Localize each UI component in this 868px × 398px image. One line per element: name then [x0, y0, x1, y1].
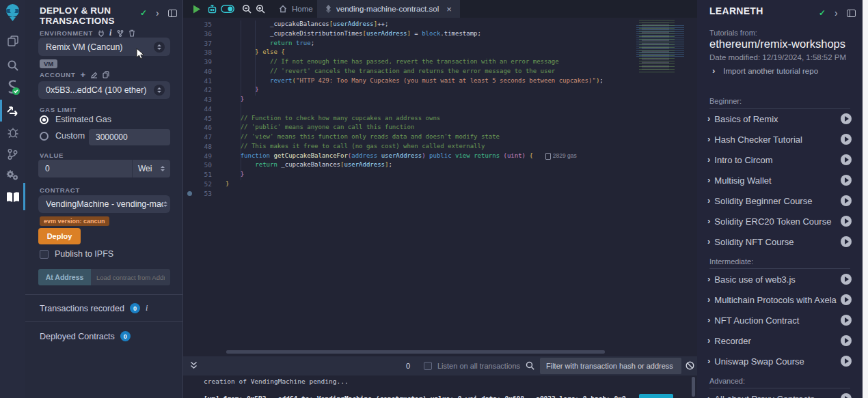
tutorial-item[interactable]: ›NFT Auction Contract: [697, 310, 863, 330]
code-line-43[interactable]: 43 }: [183, 95, 697, 104]
code-line-39[interactable]: 39 // If not enough time has passed, rev…: [183, 57, 697, 67]
at-address-input[interactable]: [91, 269, 170, 285]
learneth-expand-icon[interactable]: ›: [835, 10, 838, 16]
zoom-out-icon[interactable]: [241, 0, 253, 18]
solidity-compiler-icon[interactable]: [0, 76, 25, 98]
transaction-filter-input[interactable]: [540, 358, 681, 374]
transactions-info-icon[interactable]: i: [146, 303, 148, 313]
code-line-47[interactable]: 47 // 'view' means this function only re…: [183, 132, 697, 142]
tab-file-active[interactable]: vending-machine-contract.sol ×: [317, 0, 460, 18]
plugin-manager-icon[interactable]: [0, 164, 25, 186]
code-line-49[interactable]: 49 function getCupcakeBalanceFor(address…: [183, 152, 697, 161]
environment-select[interactable]: Remix VM (Cancun): [38, 38, 170, 56]
code-line-46[interactable]: 46 // 'public' means anyone can call thi…: [183, 123, 697, 132]
environment-select-stepper[interactable]: [154, 42, 165, 53]
tutorial-item[interactable]: ›Solidity NFT Course: [697, 231, 863, 252]
custom-gas-option[interactable]: Custom: [40, 131, 85, 141]
learneth-book-icon[interactable]: [0, 186, 25, 208]
at-address-button[interactable]: At Address: [38, 269, 91, 285]
clear-console-icon[interactable]: [684, 356, 695, 374]
tab-home[interactable]: Home: [271, 0, 321, 18]
account-select[interactable]: 0x5B3...eddC4 (100 ether): [38, 81, 170, 99]
play-tutorial-button[interactable]: [841, 216, 852, 227]
copilot-toggle-icon[interactable]: [219, 0, 236, 18]
code-line-44[interactable]: 44: [183, 104, 697, 114]
code-line-45[interactable]: 45 // Function to check how many cupcake…: [183, 114, 697, 124]
deployed-contracts-row[interactable]: Deployed Contracts 0: [40, 331, 131, 341]
zoom-in-icon[interactable]: [254, 0, 267, 18]
listen-checkbox[interactable]: [424, 362, 432, 370]
import-tutorial-repo[interactable]: › Import another tutorial repo: [712, 67, 818, 75]
code-line-42[interactable]: 42 }: [183, 85, 697, 95]
tutorial-item[interactable]: ›Multichain Protocols with Axelar: [697, 289, 863, 310]
play-tutorial-button[interactable]: [841, 315, 852, 326]
publish-ipfs-option[interactable]: Publish to IPFS: [40, 249, 113, 259]
fork-environment-icon[interactable]: [117, 30, 124, 37]
tutorial-item[interactable]: ›Hash Checker Tutorial: [697, 129, 863, 150]
play-tutorial-button[interactable]: [841, 294, 852, 305]
plug-icon[interactable]: [98, 30, 105, 37]
custom-gas-input[interactable]: [89, 129, 170, 145]
play-tutorial-button[interactable]: [841, 134, 852, 145]
terminal-search-icon[interactable]: [524, 356, 536, 374]
contract-select[interactable]: VendingMachine - vending-machin: [38, 195, 170, 213]
debug-button[interactable]: [639, 394, 673, 398]
code-line-37[interactable]: 37 return true;: [183, 39, 697, 48]
code-line-51[interactable]: 51 }: [183, 170, 697, 180]
code-line-40[interactable]: 40 // 'revert' cancels the transaction a…: [183, 67, 697, 76]
deploy-run-icon[interactable]: [0, 100, 25, 122]
play-tutorial-button[interactable]: [841, 154, 852, 165]
tutorial-item[interactable]: ›Recorder: [697, 330, 863, 351]
play-tutorial-button[interactable]: [841, 335, 852, 346]
tutorial-item[interactable]: ›Solidity ERC20 Token Course: [697, 211, 863, 231]
deploy-button[interactable]: Deploy: [38, 228, 81, 244]
learneth-scrollbar-track[interactable]: [863, 0, 868, 398]
terminal-expand-icon[interactable]: [188, 356, 199, 374]
editor-minimap[interactable]: [632, 20, 692, 73]
code-line-36[interactable]: 36 _cupcakeDistributionTimes[userAddress…: [183, 29, 697, 39]
learneth-pin-icon[interactable]: [847, 10, 856, 17]
code-line-53[interactable]: 53: [183, 189, 697, 199]
tutorial-item[interactable]: ›Basics of Remix: [697, 109, 863, 129]
panel-pin-icon[interactable]: [168, 10, 177, 17]
editor-horizontal-scrollbar[interactable]: [226, 350, 605, 354]
tutorial-item[interactable]: ›Basic use of web3.js: [697, 269, 863, 289]
tutorial-item[interactable]: ›Solidity Beginner Course: [697, 190, 863, 211]
debugger-icon[interactable]: [0, 122, 25, 143]
tutorial-item[interactable]: ›Uniswap Swap Course: [697, 351, 863, 371]
code-line-38[interactable]: 38 } else {: [183, 48, 697, 57]
estimated-gas-radio[interactable]: [40, 115, 49, 124]
code-line-48[interactable]: 48 // This makes it free to call (no gas…: [183, 142, 697, 152]
play-tutorial-button[interactable]: [841, 175, 852, 186]
estimated-gas-option[interactable]: Estimated Gas: [40, 115, 111, 124]
panel-expand-icon[interactable]: ›: [156, 10, 159, 16]
play-tutorial-button[interactable]: [841, 195, 852, 206]
play-tutorial-button[interactable]: [841, 356, 852, 367]
code-line-35[interactable]: 35 _cupcakeBalances[userAddress]++;: [183, 20, 697, 29]
trash-icon[interactable]: [128, 29, 135, 37]
code-line-41[interactable]: 41 revert("HTTP 429: Too Many Cupcakes (…: [183, 76, 697, 86]
remix-logo-icon[interactable]: [0, 1, 25, 23]
close-tab-icon[interactable]: ×: [446, 4, 452, 14]
code-editor[interactable]: 35 _cupcakeBalances[userAddress]++;36 _c…: [183, 18, 697, 350]
search-icon[interactable]: [0, 55, 25, 76]
account-select-stepper[interactable]: [154, 85, 165, 96]
terminal-scrollbar[interactable]: [692, 377, 695, 397]
sign-message-icon[interactable]: [91, 72, 98, 79]
tutorial-item[interactable]: ›Intro to Circom: [697, 150, 863, 170]
custom-gas-radio[interactable]: [40, 132, 49, 141]
play-tutorial-button[interactable]: [841, 274, 852, 285]
file-explorer-icon[interactable]: [0, 30, 25, 52]
play-tutorial-button[interactable]: [841, 393, 852, 398]
play-tutorial-button[interactable]: [841, 113, 852, 124]
run-script-icon[interactable]: [191, 0, 202, 18]
code-line-52[interactable]: 52}: [183, 180, 697, 189]
transactions-recorded-row[interactable]: Transactions recorded 0 i: [40, 303, 148, 313]
git-icon[interactable]: [0, 143, 25, 165]
terminal-output[interactable]: creation of VendingMachine pending... [v…: [183, 375, 697, 398]
copy-account-icon[interactable]: [103, 71, 109, 79]
listen-all-transactions-option[interactable]: Listen on all transactions: [424, 362, 520, 370]
ai-copilot-icon[interactable]: [206, 0, 218, 18]
code-line-50[interactable]: 50 return _cupcakeBalances[userAddress];: [183, 160, 697, 170]
add-account-icon[interactable]: +: [80, 72, 85, 78]
